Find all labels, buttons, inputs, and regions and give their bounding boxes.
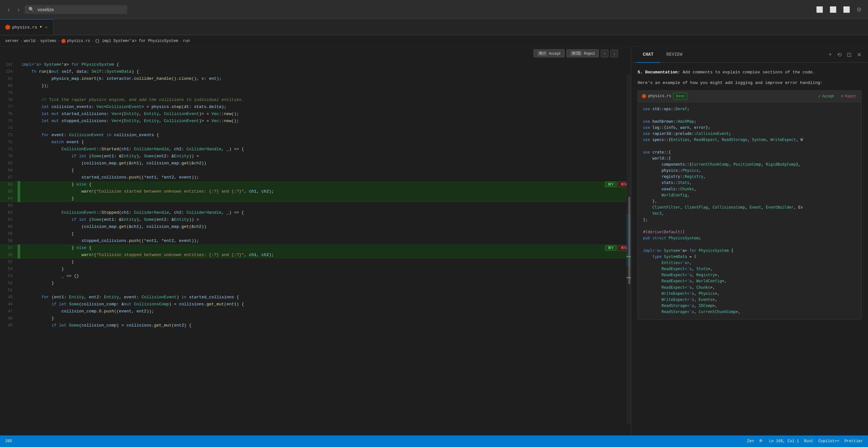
chat-tab-chat[interactable]: CHAT	[636, 47, 660, 63]
accept-label: Accept	[549, 51, 560, 56]
code-line-diff-added: 64 }	[0, 195, 631, 202]
layout-icon-1[interactable]: ⬜	[815, 5, 825, 14]
chat-panel: CHAT REVIEW + ⟲ ⊡ ✕ 5. Documentation: Ad…	[631, 47, 868, 436]
status-zoom-icon: 🔍	[759, 439, 764, 444]
search-container: 🔍	[25, 5, 127, 14]
chat-body[interactable]: 5. Documentation: Add comments to explai…	[631, 63, 868, 436]
code-line: 51	[0, 287, 631, 294]
status-line-number: 205	[5, 439, 12, 444]
code-line: 69 (collision_map.get(&ch1), collision_m…	[0, 160, 631, 167]
diff-reject-button[interactable]: ⌘⌫ Reject	[566, 49, 599, 57]
code-line: 62 CollisionEvent::Stopped(ch1: Collider…	[0, 209, 631, 216]
chat-tab-review[interactable]: REVIEW	[660, 47, 689, 63]
code-line: 79	[0, 89, 631, 96]
code-file-name: 🦀 physics.rs Done	[642, 93, 687, 100]
inline-accept-57[interactable]: ⌘Y	[605, 245, 617, 251]
code-line: 74	[0, 125, 631, 132]
tab-modified-dot: •	[39, 24, 42, 30]
breadcrumb: server › world › systems › 🦀 physics.rs …	[0, 35, 868, 47]
editor[interactable]: ⌘⏎ Accept ⌘⌫ Reject ↑ ↓ 142 impl<'a> Sys…	[0, 47, 631, 436]
top-bar-left: ‹ › 🔍	[5, 4, 127, 14]
status-zen[interactable]: Zen	[747, 439, 754, 444]
code-line: 77 let collision_events: Vec<CollisionEv…	[0, 103, 631, 110]
inline-accept-66[interactable]: ⌘Y	[605, 182, 617, 187]
nav-back-button[interactable]: ‹	[5, 4, 12, 14]
layout-icon-2[interactable]: ⬜	[828, 5, 838, 14]
main-area: ⌘⏎ Accept ⌘⌫ Reject ↑ ↓ 142 impl<'a> Sys…	[0, 47, 868, 436]
code-file-rust-icon: 🦀	[642, 94, 646, 98]
chat-new-button[interactable]: +	[827, 50, 833, 60]
status-prettier[interactable]: Prettier	[844, 439, 863, 444]
code-line: 45 if let Some(collision_comp) = collisi…	[0, 322, 631, 329]
code-line: 48 if let Some(collision_comp: &mut Coll…	[0, 301, 631, 308]
code-reject-button[interactable]: ✕ Reject	[839, 93, 858, 99]
reject-kbd: ⌘⌫	[571, 51, 582, 56]
code-line: 68 {	[0, 167, 631, 174]
code-line: 70 if let (Some(ent1: &Entity), Some(ent…	[0, 153, 631, 160]
status-bar: 205 Zen 🔍 Ln 166, Col 1 Rust Copilot++ P…	[0, 436, 868, 447]
code-line: 72 match event {	[0, 139, 631, 146]
code-line: 80 });	[0, 82, 631, 89]
code-line: 61 if let (Some(ent1: &Entity), Some(ent…	[0, 216, 631, 223]
code-accept-button[interactable]: ✓ Accept	[816, 93, 836, 99]
code-area[interactable]: 142 impl<'a> System<'a> for PhysicsSyste…	[0, 47, 631, 436]
search-input[interactable]	[25, 5, 127, 14]
chat-header-icons: + ⟲ ⊡ ✕	[827, 50, 863, 60]
code-line: 67 started_collisions.push((*ent1, *ent2…	[0, 174, 631, 181]
bc-run: run	[183, 39, 190, 43]
diff-accept-button[interactable]: ⌘⏎ Accept	[533, 49, 564, 57]
code-line: 124 fn run(&mut self, data: Self::System…	[0, 68, 631, 75]
doc-point-label: 5. Documentation:	[638, 70, 680, 75]
top-bar-right: ⬜ ⬜ ⬜ ⚙	[815, 5, 863, 14]
accept-kbd: ⌘⏎	[538, 51, 547, 56]
bc-server: server	[5, 39, 19, 43]
code-line: 142 impl<'a> System<'a> for PhysicsSyste…	[0, 61, 631, 68]
code-block-actions: ✓ Accept ✕ Reject	[816, 93, 858, 99]
chat-header: CHAT REVIEW + ⟲ ⊡ ✕	[631, 47, 868, 63]
code-line: 53 _ => {}	[0, 273, 631, 280]
bc-file: physics.rs	[67, 39, 90, 43]
status-copilot[interactable]: Copilot++	[819, 439, 839, 444]
diff-nav-down[interactable]: ↓	[610, 50, 618, 57]
chat-expand-button[interactable]: ⊡	[845, 50, 853, 60]
code-line-diff-added: 57 } else { ⌘Y ⌘N	[0, 245, 631, 252]
code-line: 81 physics_map.insert(k: interactor.coll…	[0, 75, 631, 82]
code-line: 71 CollisionEvent::Started(ch1: Collider…	[0, 146, 631, 153]
status-language[interactable]: Rust	[804, 439, 813, 444]
code-block-header: 🦀 physics.rs Done ✓ Accept ✕ Reject	[638, 90, 862, 102]
chat-close-button[interactable]: ✕	[856, 50, 863, 60]
settings-icon[interactable]: ⚙	[855, 5, 863, 14]
diff-toolbar: ⌘⏎ Accept ⌘⌫ Reject ↑ ↓	[533, 49, 618, 57]
code-line: 76 let mut started_collisions: Vec<(Enti…	[0, 110, 631, 118]
editor-scrollbar[interactable]	[626, 74, 631, 424]
chat-history-button[interactable]: ⟲	[836, 50, 843, 60]
diff-nav-up[interactable]: ↑	[601, 50, 609, 57]
doc-point: 5. Documentation: Add comments to explai…	[638, 69, 862, 76]
status-position[interactable]: Ln 166, Col 1	[769, 439, 799, 444]
tab-physics-rs[interactable]: 🦀 physics.rs • ✕	[0, 19, 54, 35]
diff-marker-1	[626, 256, 631, 257]
tab-label: physics.rs	[12, 25, 37, 30]
code-line: 55 }	[0, 259, 631, 266]
tab-bar: 🦀 physics.rs • ✕	[0, 19, 868, 35]
code-line: 54 }	[0, 266, 631, 273]
nav-forward-button[interactable]: ›	[15, 4, 23, 14]
diff-marker-2	[626, 277, 631, 278]
code-line: 73 for event: CollisionEvent in collisio…	[0, 132, 631, 139]
doc-point-text: Add comments to explain complex sections…	[682, 70, 815, 75]
code-line: 47 collision_comp.0.push((event, ent2));	[0, 308, 631, 315]
scroll-thumb[interactable]	[628, 197, 630, 284]
code-line: 75 let mut stopped_collisions: Vec<(Enti…	[0, 118, 631, 125]
bc-impl: {} impl System<'a> for PhysicsSystem	[95, 39, 178, 43]
bc-systems: systems	[40, 39, 56, 43]
layout-icon-3[interactable]: ⬜	[842, 5, 851, 14]
code-line: 60 (collision_map.get(&ch1), collision_m…	[0, 223, 631, 230]
status-line-num: 205	[5, 439, 12, 444]
code-line: 78 // Tick the rapier physics engine, an…	[0, 96, 631, 103]
code-line: 52 }	[0, 280, 631, 287]
tab-close-button[interactable]: ✕	[44, 24, 48, 30]
reject-label: Reject	[584, 51, 595, 56]
code-file-label: physics.rs	[648, 93, 671, 99]
code-line: 58 stopped_collisions.push((*ent1, *ent2…	[0, 237, 631, 245]
code-line-diff-added: 66 } else { ⌘Y ⌘N	[0, 181, 631, 188]
